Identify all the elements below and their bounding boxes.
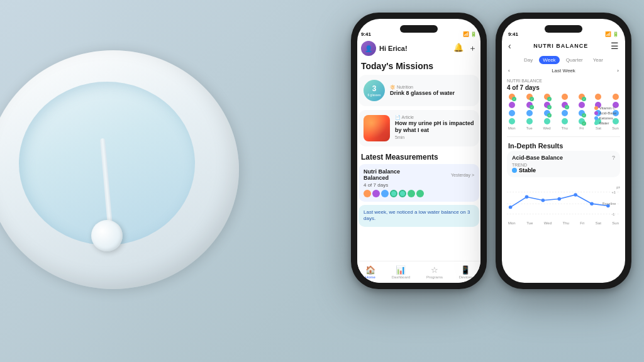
- legend-keto: Ketones: [594, 116, 616, 120]
- tab-year[interactable]: Year: [589, 56, 607, 64]
- dot-fri-keto: ✓: [579, 110, 585, 116]
- nav-devices[interactable]: 📱 Devices: [459, 265, 472, 279]
- trend-value-text: Stable: [519, 167, 536, 173]
- dynamic-island-1: [400, 25, 438, 33]
- water-notice: Last week, we noticed a low water balanc…: [358, 205, 479, 227]
- dot-thu-vitc: [562, 94, 568, 100]
- help-icon[interactable]: ?: [612, 155, 615, 161]
- nav-dashboard-label: Dashboard: [392, 275, 410, 279]
- dot-mon-keto: [509, 110, 515, 116]
- dot-4: [390, 190, 397, 197]
- legend-label-water: Water: [599, 121, 609, 125]
- dot-2: [372, 190, 380, 197]
- measurement-card[interactable]: Nutri Balance Balanced Yesterday > 4 of …: [358, 164, 479, 202]
- trend-dot: [512, 168, 517, 173]
- chart-value: 4 of 7 days: [507, 84, 620, 91]
- nav-dashboard[interactable]: 📊 Dashboard: [392, 265, 410, 279]
- chart-area: NUTRI BALANCE 4 of 7 days ✓ Mon: [502, 75, 625, 134]
- legend-label-vitc: Vitamin C: [599, 106, 616, 110]
- period-tabs: Day Week Quarter Year: [502, 53, 625, 67]
- chart-day-wed: Wed: [544, 221, 552, 225]
- dot-3: [381, 190, 389, 197]
- dot-tue-vitc: ✓: [526, 94, 533, 100]
- svg-point-7: [574, 193, 577, 196]
- measurements-title: Latest Measurements: [357, 151, 480, 164]
- dot-thu-keto: [562, 110, 568, 116]
- svg-point-5: [541, 199, 545, 202]
- dot-fri-water: ✓: [579, 118, 585, 124]
- dot-wed-acid: ✓: [544, 102, 550, 108]
- result-name: Acid-Base Balance: [512, 155, 563, 161]
- back-icon[interactable]: ‹: [508, 41, 511, 51]
- missions-title: Today's Missions: [357, 58, 480, 75]
- mission-bubble: 3 6 glasses: [364, 80, 385, 101]
- avatar: 👤: [361, 41, 376, 56]
- day-sun: Sun: [612, 126, 619, 130]
- legend-label-acid: Acid-Base: [599, 111, 616, 115]
- dot-tue-acid: ✓: [526, 102, 533, 108]
- chart-day-fri: Fri: [580, 221, 584, 225]
- phone2-screen: 9:41 📶 🔋 ‹ NUTRI BALANCE ☰ Day Week Quar…: [502, 19, 625, 283]
- trend-label: TREND: [512, 163, 615, 167]
- dot-chart-container: ✓ Mon ✓ ✓ Tue: [507, 94, 620, 130]
- legend-dot-keto: [594, 116, 598, 120]
- prev-week-icon[interactable]: ‹: [508, 68, 510, 74]
- chart-day-tue: Tue: [526, 221, 533, 225]
- col-fri: ✓ ✓ ✓ Fri: [579, 94, 585, 130]
- nav-programs[interactable]: ☆ Programs: [426, 265, 443, 279]
- tab-week[interactable]: Week: [539, 56, 559, 64]
- tab-day[interactable]: Day: [520, 56, 536, 64]
- mission-info: 🔆 Nutrition Drink 8 glasses of water: [390, 85, 474, 97]
- legend-dot-water: [594, 121, 598, 125]
- legend-vitc: Vitamin C: [594, 106, 616, 110]
- svg-text:pH: pH: [616, 185, 620, 189]
- nav-home-label: Home: [365, 275, 375, 279]
- phone1-screen: 9:41 📶 🔋 👤 Hi Erica! 🔔 ＋ Today's Mission…: [357, 19, 480, 283]
- meas-title-block: Nutri Balance Balanced: [364, 168, 400, 181]
- dot-tue-keto: [526, 110, 533, 116]
- meas-header: Nutri Balance Balanced Yesterday >: [364, 168, 474, 181]
- legend-acid: Acid-Base: [594, 111, 616, 115]
- col-thu: ✓ Thu: [561, 94, 567, 130]
- nav-home[interactable]: 🏠 Home: [365, 265, 375, 279]
- dashboard-icon: 📊: [396, 265, 406, 275]
- nav-programs-label: Programs: [426, 275, 443, 279]
- dot-wed-water: [544, 118, 550, 124]
- plus-icon[interactable]: ＋: [469, 43, 477, 54]
- svg-text:-1: -1: [612, 212, 615, 216]
- article-readtime: 5min: [395, 135, 474, 140]
- dot-sat-vitc: [595, 94, 601, 100]
- day-fri: Fri: [579, 126, 584, 130]
- result-card: Acid-Base Balance ? TREND Stable: [507, 151, 620, 177]
- meas-date: Yesterday >: [451, 173, 474, 177]
- mission-card-1[interactable]: 3 6 glasses 🔆 Nutrition Drink 8 glasses …: [358, 75, 479, 106]
- svg-point-4: [525, 195, 529, 199]
- mission-bubble-sub: 6 glasses: [367, 93, 380, 97]
- article-info: 📄 Article How my urine pH is impacted by…: [395, 115, 474, 141]
- dot-5: [399, 190, 406, 197]
- legend-label-keto: Ketones: [599, 116, 613, 120]
- home-icon: 🏠: [365, 265, 375, 275]
- tab-quarter[interactable]: Quarter: [562, 56, 587, 64]
- col-wed: ✓ ✓ ✓ Wed: [543, 94, 550, 130]
- dot-mon-acid: [509, 102, 515, 108]
- next-week-icon[interactable]: ›: [617, 68, 619, 74]
- dot-fri-acid: [579, 102, 585, 108]
- meas-subtitle: 4 of 7 days: [364, 182, 474, 188]
- legend-water: Water: [594, 121, 616, 125]
- svg-text:Baseline: Baseline: [602, 202, 616, 206]
- phone1-icons: 📶 🔋: [463, 31, 477, 37]
- menu-icon[interactable]: ☰: [611, 41, 619, 51]
- dot-fri-vitc: ✓: [579, 94, 585, 100]
- col-tue: ✓ ✓ Tue: [526, 94, 532, 130]
- chart-day-mon: Mon: [508, 221, 516, 225]
- chart-label: NUTRI BALANCE: [507, 79, 620, 83]
- svg-text:+1: +1: [612, 190, 616, 194]
- article-card[interactable]: 📄 Article How my urine pH is impacted by…: [358, 110, 479, 146]
- mission-desc: Drink 8 glasses of water: [390, 90, 474, 97]
- dot-wed-vitc: ✓: [544, 94, 550, 100]
- header-icons[interactable]: 🔔 ＋: [453, 43, 477, 54]
- chart-day-sat: Sat: [596, 221, 601, 225]
- svg-point-8: [590, 202, 594, 205]
- bell-icon[interactable]: 🔔: [453, 43, 464, 54]
